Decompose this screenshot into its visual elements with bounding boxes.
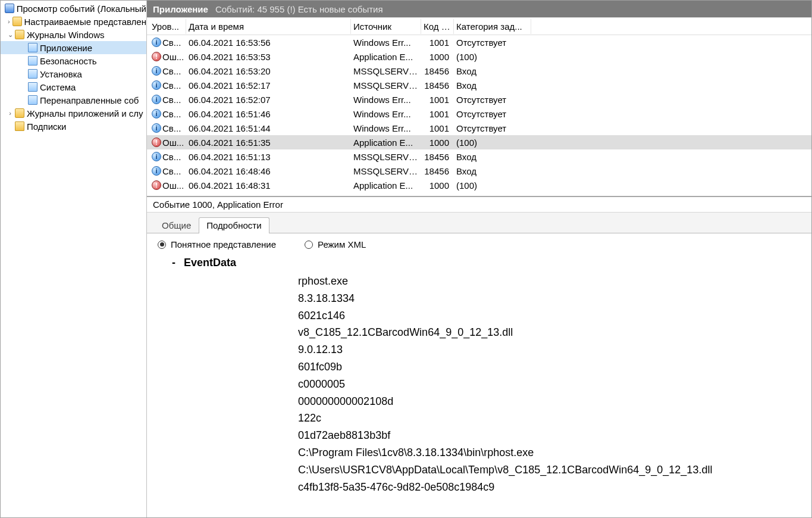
col-eventid[interactable]: Код с... bbox=[421, 19, 454, 34]
cell-level: !Ош... bbox=[149, 138, 186, 148]
tree-item-label: Журналы приложений и слу bbox=[27, 108, 143, 118]
cell-level: iСв... bbox=[149, 152, 186, 162]
cell-eventid: 18456 bbox=[421, 166, 454, 176]
cell-eventid: 1001 bbox=[421, 109, 454, 119]
cell-level: !Ош... bbox=[149, 180, 186, 191]
level-text: Ош... bbox=[162, 180, 184, 191]
cell-category: Вход bbox=[454, 66, 531, 76]
radio-label: Понятное представление bbox=[171, 239, 276, 249]
tree-subscriptions[interactable]: Подписки bbox=[1, 120, 146, 133]
eventdata-header[interactable]: - EventData bbox=[172, 257, 801, 269]
event-row[interactable]: !Ош...06.04.2021 16:53:53Application E..… bbox=[147, 49, 811, 64]
eventdata-value: v8_C185_12.1CBarcodWin64_9_0_12_13.dll bbox=[298, 324, 801, 341]
cell-eventid: 1001 bbox=[421, 123, 454, 133]
tree-application-log[interactable]: Приложение bbox=[1, 41, 146, 54]
cell-level: iСв... bbox=[149, 66, 186, 76]
cell-datetime: 06.04.2021 16:51:44 bbox=[186, 123, 351, 133]
eventdata-value: 122c bbox=[298, 410, 801, 427]
event-row[interactable]: iСв...06.04.2021 16:53:20MSSQLSERVER1845… bbox=[147, 64, 811, 78]
event-viewer-icon bbox=[5, 4, 14, 13]
cell-level: iСв... bbox=[149, 38, 186, 48]
column-headers[interactable]: Уров... Дата и время Источник Код с... К… bbox=[147, 17, 811, 35]
tree-item-label: Приложение bbox=[40, 43, 92, 53]
col-level[interactable]: Уров... bbox=[149, 19, 186, 34]
eventdata-value: 01d72aeb8813b3bf bbox=[298, 427, 801, 444]
folder-gear-icon bbox=[12, 17, 22, 26]
col-category[interactable]: Категория зад... bbox=[454, 19, 531, 34]
expand-icon[interactable]: › bbox=[5, 18, 12, 25]
cell-source: Application E... bbox=[351, 138, 421, 148]
detail-title: Событие 1000, Application Error bbox=[147, 197, 811, 213]
eventdata-value: c0000005 bbox=[298, 376, 801, 393]
tab-general[interactable]: Общие bbox=[154, 217, 199, 233]
event-row[interactable]: iСв...06.04.2021 16:51:13MSSQLSERVER1845… bbox=[147, 149, 811, 164]
tab-details[interactable]: Подробности bbox=[199, 217, 269, 233]
event-list[interactable]: Уров... Дата и время Источник Код с... К… bbox=[147, 17, 811, 196]
tree-windows-logs[interactable]: ⌄ Журналы Windows bbox=[1, 28, 146, 41]
log-title: Приложение bbox=[153, 4, 208, 14]
event-row[interactable]: iСв...06.04.2021 16:52:17MSSQLSERVER1845… bbox=[147, 78, 811, 92]
event-row[interactable]: iСв...06.04.2021 16:51:46Windows Err...1… bbox=[147, 107, 811, 121]
cell-eventid: 18456 bbox=[421, 80, 454, 91]
tree-system-log[interactable]: Система bbox=[1, 80, 146, 93]
level-text: Св... bbox=[162, 123, 181, 133]
expand-icon[interactable]: › bbox=[5, 110, 15, 117]
cell-datetime: 06.04.2021 16:51:46 bbox=[186, 109, 351, 119]
log-icon bbox=[28, 69, 37, 79]
tree-app-service-logs[interactable]: › Журналы приложений и слу bbox=[1, 107, 146, 120]
cell-datetime: 06.04.2021 16:51:35 bbox=[186, 138, 351, 148]
eventdata-value: 9.0.12.13 bbox=[298, 341, 801, 358]
event-row[interactable]: iСв...06.04.2021 16:53:56Windows Err...1… bbox=[147, 35, 811, 49]
cell-eventid: 1000 bbox=[421, 138, 454, 148]
cell-source: MSSQLSERVER bbox=[351, 152, 421, 162]
log-subtitle: Событий: 45 955 (!) Есть новые события bbox=[215, 4, 383, 14]
collapse-icon[interactable]: - bbox=[172, 257, 175, 269]
tree-item-label: Система bbox=[40, 82, 76, 92]
collapse-icon[interactable]: ⌄ bbox=[5, 31, 15, 39]
detail-body: Понятное представление Режим XML - Event… bbox=[147, 233, 811, 517]
event-row[interactable]: iСв...06.04.2021 16:48:46MSSQLSERVER1845… bbox=[147, 164, 811, 178]
radio-unchecked-icon bbox=[305, 241, 313, 249]
cell-eventid: 1000 bbox=[421, 180, 454, 191]
event-row[interactable]: iСв...06.04.2021 16:51:44Windows Err...1… bbox=[147, 121, 811, 135]
tree-forwarded-log[interactable]: Перенаправленные соб bbox=[1, 93, 146, 107]
tree-security-log[interactable]: Безопасность bbox=[1, 54, 146, 67]
cell-level: iСв... bbox=[149, 95, 186, 105]
cell-datetime: 06.04.2021 16:53:56 bbox=[186, 38, 351, 48]
level-text: Св... bbox=[162, 80, 181, 91]
folder-icon bbox=[15, 108, 24, 118]
event-row[interactable]: !Ош...06.04.2021 16:48:31Application E..… bbox=[147, 178, 811, 192]
cell-category: (100) bbox=[454, 52, 531, 62]
content-pane: Приложение Событий: 45 955 (!) Есть новы… bbox=[147, 1, 811, 517]
navigation-tree[interactable]: Просмотр событий (Локальный › Настраивае… bbox=[1, 1, 147, 517]
cell-category: Вход bbox=[454, 80, 531, 91]
eventdata-value: rphost.exe bbox=[298, 273, 801, 290]
eventdata-value: 8.3.18.1334 bbox=[298, 290, 801, 307]
tree-custom-views[interactable]: › Настраиваемые представлен bbox=[1, 15, 146, 28]
cell-category: Вход bbox=[454, 166, 531, 176]
cell-source: MSSQLSERVER bbox=[351, 80, 421, 91]
event-rows[interactable]: iСв...06.04.2021 16:53:56Windows Err...1… bbox=[147, 35, 811, 196]
tree-setup-log[interactable]: Установка bbox=[1, 67, 146, 80]
tree-item-label: Настраиваемые представлен bbox=[24, 17, 146, 27]
eventdata-block: - EventData rphost.exe8.3.18.13346021c14… bbox=[158, 257, 801, 495]
cell-source: MSSQLSERVER bbox=[351, 166, 421, 176]
eventdata-value: c4fb13f8-5a35-476c-9d82-0e508c1984c9 bbox=[298, 479, 801, 496]
col-source[interactable]: Источник bbox=[351, 19, 421, 34]
event-row[interactable]: iСв...06.04.2021 16:52:07Windows Err...1… bbox=[147, 92, 811, 107]
col-datetime[interactable]: Дата и время bbox=[186, 19, 351, 34]
cell-category: Отсутствует bbox=[454, 95, 531, 105]
info-icon: i bbox=[152, 80, 161, 90]
cell-eventid: 18456 bbox=[421, 66, 454, 76]
log-header: Приложение Событий: 45 955 (!) Есть новы… bbox=[147, 1, 811, 17]
eventdata-value: 601fc09b bbox=[298, 358, 801, 376]
event-row[interactable]: !Ош...06.04.2021 16:51:35Application E..… bbox=[147, 135, 811, 149]
radio-friendly-view[interactable]: Понятное представление bbox=[158, 239, 276, 249]
cell-eventid: 1001 bbox=[421, 95, 454, 105]
radio-xml-view[interactable]: Режим XML bbox=[305, 239, 366, 249]
tree-root[interactable]: Просмотр событий (Локальный bbox=[1, 2, 146, 15]
folder-icon bbox=[15, 30, 24, 39]
eventdata-value: C:\Users\USR1CV8\AppData\Local\Temp\v8_C… bbox=[298, 461, 801, 479]
cell-datetime: 06.04.2021 16:52:07 bbox=[186, 95, 351, 105]
tree-item-label: Перенаправленные соб bbox=[40, 95, 139, 105]
